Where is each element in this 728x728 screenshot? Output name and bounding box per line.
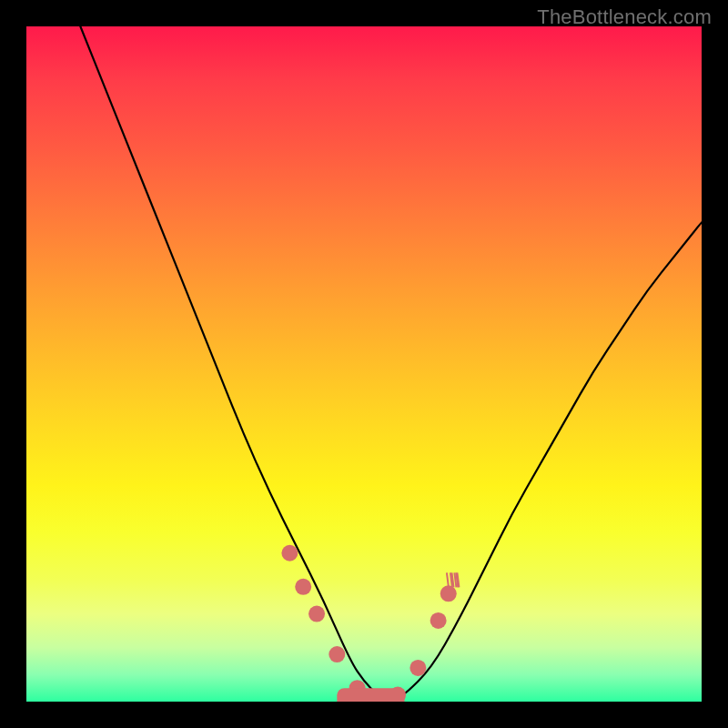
bottleneck-curve (80, 26, 702, 700)
curve-marker (430, 612, 447, 629)
curve-marker (295, 579, 311, 595)
texture-stroke (447, 572, 449, 587)
plateau-rect (337, 688, 404, 702)
plateau-bar (337, 688, 404, 702)
curve-layer (80, 26, 702, 700)
curve-marker (329, 646, 345, 662)
curve-marker (440, 585, 457, 602)
curve-marker (281, 545, 298, 561)
chart-svg (26, 26, 702, 702)
curve-marker (410, 660, 426, 676)
plot-area (26, 26, 702, 702)
curve-marker (308, 606, 325, 622)
watermark-text: TheBottleneck.com (537, 5, 712, 29)
chart-frame: TheBottleneck.com (0, 0, 728, 728)
marker-texture (447, 572, 460, 587)
